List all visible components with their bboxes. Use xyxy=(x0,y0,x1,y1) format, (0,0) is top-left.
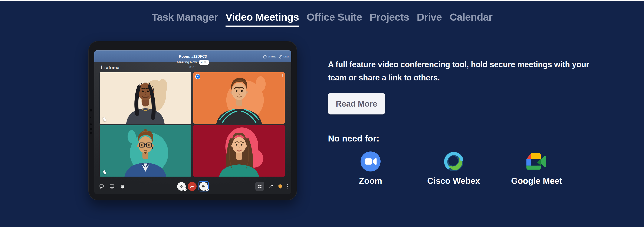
mic-muted-icon xyxy=(102,117,107,122)
page: { "page": { "background_color": "#12234a… xyxy=(0,0,644,227)
nav-item-video-meetings[interactable]: Video Meetings xyxy=(226,11,299,27)
microphone-icon xyxy=(179,184,184,189)
camera-button[interactable] xyxy=(199,182,208,191)
competitor-label: Cisco Webex xyxy=(427,176,480,186)
zoom-logo-icon xyxy=(360,151,381,172)
participant-tile[interactable] xyxy=(193,125,285,177)
speaker-active-icon xyxy=(195,74,200,79)
video-grid xyxy=(100,72,285,177)
competitor-cisco-webex: Cisco Webex xyxy=(432,151,475,186)
leave-button[interactable]: Leave xyxy=(279,55,291,58)
nav-item-task-manager[interactable]: Task Manager xyxy=(152,11,218,27)
more-options-button[interactable] xyxy=(287,184,288,189)
hang-up-icon xyxy=(190,184,195,189)
nav-item-drive[interactable]: Drive xyxy=(417,11,442,27)
participant-avatar xyxy=(193,125,285,177)
screen-share-button[interactable] xyxy=(109,184,114,189)
competitor-logos: Zoom Cisco Webex Googl xyxy=(349,151,558,186)
grid-layout-button[interactable] xyxy=(255,182,264,191)
participants-count: 4 xyxy=(201,61,202,64)
add-participant-button[interactable] xyxy=(268,184,274,189)
tablet-side-button xyxy=(90,123,92,125)
webex-logo-icon xyxy=(443,151,464,172)
google-meet-logo-icon xyxy=(526,153,547,170)
tablet-mockup: Room: #12DFC3 Minimize Leave t tafoma Me… xyxy=(88,41,297,201)
top-border xyxy=(0,0,644,1)
participant-avatar xyxy=(100,125,191,177)
competitor-label: Google Meet xyxy=(511,176,562,186)
minimize-button[interactable]: Minimize xyxy=(263,55,276,58)
participant-tile[interactable] xyxy=(193,72,285,124)
raise-hand-button[interactable] xyxy=(120,184,125,189)
nav-item-projects[interactable]: Projects xyxy=(370,11,409,27)
main-nav: Task Manager Video Meetings Office Suite… xyxy=(0,11,644,27)
feature-description: A full feature video conferencing tool, … xyxy=(328,58,603,84)
participants-count-badge[interactable]: 4 xyxy=(199,60,209,65)
meeting-toolbar xyxy=(94,181,291,192)
microphone-button[interactable] xyxy=(177,182,186,191)
tablet-side-button xyxy=(90,117,91,118)
minimize-icon xyxy=(263,55,267,58)
microphone-options-chevron-icon[interactable] xyxy=(184,188,186,191)
tile-options-icon[interactable] xyxy=(282,74,283,77)
chat-button[interactable] xyxy=(99,184,104,189)
add-participant-icon xyxy=(268,184,274,189)
tablet-side-button xyxy=(90,128,92,130)
meeting-timer: 05:13 xyxy=(94,65,291,69)
camera-options-chevron-icon[interactable] xyxy=(206,188,209,191)
meeting-app-window: Room: #12DFC3 Minimize Leave t tafoma Me… xyxy=(94,50,291,194)
competitor-zoom: Zoom xyxy=(349,151,392,186)
tablet-side-button xyxy=(90,132,92,134)
camera-icon xyxy=(201,184,206,189)
participant-avatar xyxy=(100,72,191,124)
leave-icon xyxy=(279,55,282,58)
participant-tile[interactable] xyxy=(100,125,191,177)
competitor-google-meet: Google Meet xyxy=(515,151,558,186)
chat-icon xyxy=(99,184,104,189)
tablet-side-button xyxy=(90,109,92,111)
read-more-button[interactable]: Read More xyxy=(328,93,385,114)
hang-up-button[interactable] xyxy=(188,182,196,191)
meeting-status: Meeting Now 4 05:13 xyxy=(94,60,291,69)
grid-layout-icon xyxy=(257,184,262,189)
nav-item-calendar[interactable]: Calendar xyxy=(450,11,492,27)
participant-tile[interactable] xyxy=(100,72,191,124)
mic-muted-icon xyxy=(102,170,107,175)
security-shield-icon xyxy=(278,184,282,189)
nav-item-office-suite[interactable]: Office Suite xyxy=(306,11,362,27)
security-shield-button[interactable] xyxy=(278,184,282,189)
participant-avatar xyxy=(193,72,285,124)
raise-hand-icon xyxy=(120,184,125,189)
meeting-status-label: Meeting Now xyxy=(177,60,197,64)
more-options-icon xyxy=(287,184,288,189)
no-need-heading: No need for: xyxy=(328,134,379,144)
participants-icon xyxy=(204,61,207,64)
leave-label: Leave xyxy=(284,55,289,58)
competitor-label: Zoom xyxy=(359,176,382,186)
minimize-label: Minimize xyxy=(268,55,276,58)
screen-share-icon xyxy=(109,184,114,189)
camera-active-frame xyxy=(198,181,209,192)
